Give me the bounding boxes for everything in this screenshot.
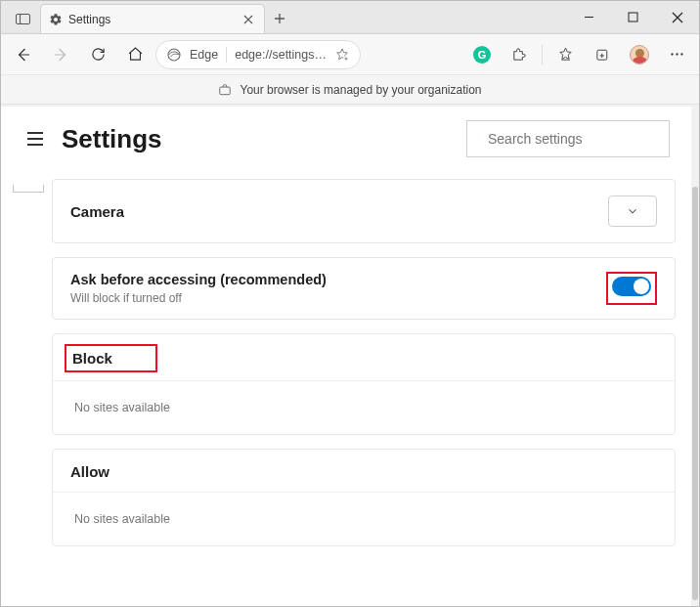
settings-content: Settings Camera Ask before accessing (re…	[1, 107, 691, 606]
scrollbar[interactable]	[692, 187, 698, 600]
managed-text: Your browser is managed by your organiza…	[240, 83, 481, 97]
title-bar: Settings	[1, 1, 699, 34]
settings-search[interactable]	[466, 120, 670, 157]
collections-button[interactable]	[586, 38, 619, 71]
camera-title: Camera	[70, 203, 608, 220]
minimize-icon	[584, 12, 594, 22]
settings-menu-button[interactable]	[22, 126, 48, 152]
back-button[interactable]	[7, 38, 40, 71]
favorite-button[interactable]	[334, 47, 350, 63]
grammarly-icon: G	[473, 46, 491, 64]
ask-subtitle: Will block if turned off	[70, 291, 606, 305]
extensions-button[interactable]	[503, 38, 536, 71]
avatar-icon	[630, 45, 649, 65]
svg-rect-2	[629, 13, 637, 22]
separator	[542, 45, 543, 65]
edge-icon	[166, 47, 182, 63]
toolbar: Edge edge://settings… G	[1, 34, 699, 75]
maximize-icon	[628, 12, 638, 22]
star-list-icon	[557, 46, 574, 63]
more-icon	[669, 46, 685, 63]
search-icon	[477, 131, 478, 147]
back-icon	[15, 46, 32, 64]
address-bar[interactable]: Edge edge://settings…	[155, 40, 361, 69]
ask-title: Ask before accessing (recommended)	[70, 272, 606, 287]
star-plus-icon	[334, 47, 350, 63]
svg-rect-9	[220, 87, 231, 95]
ask-before-accessing-card: Ask before accessing (recommended) Will …	[52, 257, 676, 320]
maximize-button[interactable]	[611, 1, 655, 33]
address-url: edge://settings…	[235, 48, 327, 62]
close-icon	[243, 15, 253, 24]
minimize-button[interactable]	[567, 1, 611, 33]
camera-card: Camera	[52, 179, 676, 243]
address-prefix: Edge	[190, 48, 218, 62]
forward-button[interactable]	[44, 38, 77, 71]
menu-button[interactable]	[660, 38, 693, 71]
close-icon	[672, 12, 683, 23]
svg-point-8	[680, 53, 682, 55]
chevron-down-icon	[626, 204, 639, 218]
tab-close-button[interactable]	[241, 12, 256, 27]
browser-tab[interactable]: Settings	[40, 4, 265, 33]
camera-expand-button[interactable]	[608, 195, 657, 227]
page-title: Settings	[62, 124, 466, 154]
new-tab-button[interactable]	[265, 4, 294, 33]
profile-button[interactable]	[623, 38, 656, 71]
tab-actions-button[interactable]	[7, 6, 40, 33]
home-icon	[127, 46, 144, 63]
svg-point-7	[676, 53, 678, 55]
search-input[interactable]	[488, 131, 659, 147]
address-divider	[226, 47, 227, 63]
block-empty-text: No sites available	[53, 381, 675, 434]
favorites-button[interactable]	[548, 38, 582, 71]
refresh-button[interactable]	[81, 38, 114, 71]
extension-grammarly[interactable]: G	[465, 38, 499, 71]
allow-title: Allow	[53, 450, 675, 493]
window-controls	[567, 1, 699, 33]
toggle-knob	[634, 279, 649, 294]
svg-point-6	[671, 53, 673, 55]
close-window-button[interactable]	[655, 1, 699, 33]
forward-icon	[52, 46, 69, 64]
cutoff-remnant	[13, 185, 44, 193]
plus-icon	[274, 13, 285, 24]
ask-toggle[interactable]	[612, 277, 651, 296]
managed-banner: Your browser is managed by your organiza…	[1, 75, 699, 105]
allow-empty-text: No sites available	[53, 493, 675, 545]
cards-area: Camera Ask before accessing (recommended…	[1, 175, 691, 576]
block-title: Block	[72, 350, 112, 367]
gear-icon	[49, 13, 63, 26]
settings-header: Settings	[1, 107, 691, 175]
tabs-area: Settings	[1, 1, 567, 33]
toggle-highlight	[606, 272, 657, 305]
refresh-icon	[90, 46, 107, 63]
tab-actions-icon	[16, 14, 31, 25]
block-section: Block No sites available	[52, 333, 676, 435]
tab-label: Settings	[68, 13, 235, 26]
svg-rect-1	[21, 15, 30, 24]
briefcase-icon	[218, 83, 232, 97]
home-button[interactable]	[118, 38, 152, 71]
svg-point-10	[477, 139, 478, 140]
block-title-highlight: Block	[65, 344, 157, 372]
puzzle-icon	[511, 46, 528, 63]
collections-icon	[594, 46, 611, 63]
allow-section: Allow No sites available	[52, 449, 676, 546]
hamburger-icon	[26, 132, 44, 146]
